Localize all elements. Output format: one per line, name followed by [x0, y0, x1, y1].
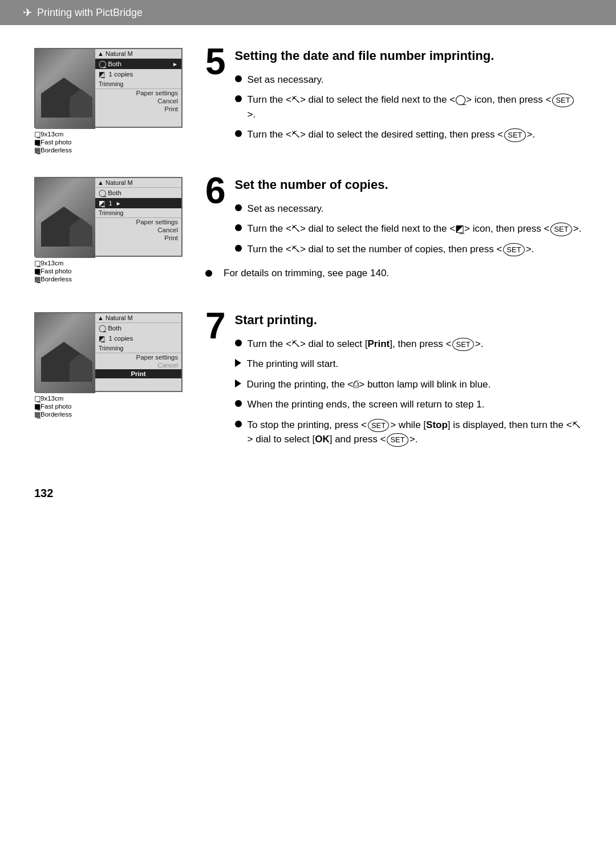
trimming-note: For details on trimming, see page 140. — [224, 268, 389, 279]
header-title: Printing with PictBridge — [37, 7, 143, 19]
step-5-bullet-2: Turn the <⛏> dial to select the field ne… — [235, 92, 582, 122]
step-6-note: For details on trimming, see page 140. — [205, 268, 582, 279]
step-6-row: ▲ Natural M ◯̲ Both ◩̲ 1 ► Trimming Pape… — [34, 177, 582, 289]
step-7-title: Start printing. — [235, 312, 582, 329]
step-7-bullet-2: The printing will start. — [235, 357, 582, 372]
cam-menu-6: ▲ Natural M ◯̲ Both ◩̲ 1 ► Trimming Pape… — [95, 178, 181, 256]
cam-menu-cancel-5: Cancel — [95, 97, 181, 105]
cam-menu-paper-7: Paper settings — [95, 353, 181, 361]
page-content: ▲ Natural M ◯̲ Both ► ◩̲ 1 copies Trimmi… — [0, 25, 616, 534]
cam-menu-row-6-2: ◩̲ 1 ► — [95, 198, 181, 208]
step-7-content: 7 Start printing. Turn the <⛏> dial to s… — [205, 312, 582, 453]
cam-below-7: □̲9x13cm ■̲Fast photo ▦̲Borderless — [34, 394, 188, 418]
cam-menu-top-7: ▲ Natural M — [95, 313, 181, 323]
bullet-circle — [235, 204, 242, 211]
cam-below-5: □̲9x13cm ■̲Fast photo ▦̲Borderless — [34, 130, 188, 154]
step-5-row: ▲ Natural M ◯̲ Both ► ◩̲ 1 copies Trimmi… — [34, 48, 582, 154]
cam-menu-print-7: Print — [95, 369, 181, 378]
cam-menu-5: ▲ Natural M ◯̲ Both ► ◩̲ 1 copies Trimmi… — [95, 49, 181, 127]
bullet-circle — [235, 245, 242, 252]
cam-menu-print-5: Print — [95, 105, 181, 113]
cam-menu-top-5: ▲ Natural M — [95, 49, 181, 59]
step-6-bullet-3: Turn the <⛏> dial to set the number of c… — [235, 242, 582, 257]
step-6-title: Set the number of copies. — [235, 177, 582, 193]
step-6-screen: ▲ Natural M ◯̲ Both ◩̲ 1 ► Trimming Pape… — [34, 177, 188, 283]
step-7-screen: ▲ Natural M ◯̲ Both ◩̲ 1 copies Trimming… — [34, 312, 188, 418]
step-5-content: 5 Setting the date and file number impri… — [205, 48, 582, 148]
bullet-circle — [235, 224, 242, 231]
step-7-bullet-4: When the printing ends, the screen will … — [235, 397, 582, 412]
pictbridge-icon: ✈ — [23, 6, 33, 19]
step-7-bullet-1: Turn the <⛏> dial to select [Print], the… — [235, 337, 582, 352]
step-7-row: ▲ Natural M ◯̲ Both ◩̲ 1 copies Trimming… — [34, 312, 582, 453]
camera-photo-6 — [35, 178, 95, 258]
step-6-bullet-2: Turn the <⛏> dial to select the field ne… — [235, 221, 582, 236]
camera-photo-7 — [35, 313, 95, 393]
step-5-title: Setting the date and file number imprint… — [235, 48, 582, 64]
cam-menu-row-6-3: Trimming — [95, 208, 181, 217]
cam-menu-row-6-1: ◯̲ Both — [95, 188, 181, 198]
bullet-circle — [235, 400, 242, 407]
cam-menu-print-6: Print — [95, 234, 181, 242]
cam-menu-paper-6: Paper settings — [95, 218, 181, 226]
bullet-circle — [205, 270, 212, 277]
cam-menu-row-7-1: ◯̲ Both — [95, 323, 181, 333]
cam-menu-row-7-3: Trimming — [95, 344, 181, 353]
step-5-bullet-3: Turn the <⛏> dial to select the desired … — [235, 127, 582, 142]
step-6-number: 6 — [205, 172, 226, 209]
cam-menu-paper-5: Paper settings — [95, 89, 181, 97]
bullet-circle — [235, 130, 242, 137]
cam-menu-row-5-1: ◯̲ Both ► — [95, 59, 181, 69]
step-7-bullet-5: To stop the printing, press <SET> while … — [235, 418, 582, 447]
step-5-bullets: Set as necessary. Turn the <⛏> dial to s… — [235, 72, 582, 142]
header-bar: ✈ Printing with PictBridge — [0, 0, 616, 25]
step-6-bullets: Set as necessary. Turn the <⛏> dial to s… — [235, 201, 582, 257]
bullet-circle — [235, 340, 242, 346]
cam-left-info-5: □̲9x13cm ■̲Fast photo ▦̲Borderless — [34, 130, 72, 154]
step-6-bullet-1: Set as necessary. — [235, 201, 582, 216]
arrow-icon — [235, 380, 241, 387]
page-number: 132 — [34, 475, 582, 500]
cam-menu-cancel-7: Cancel — [95, 361, 181, 369]
step-7-bullet-3: During the printing, the <⎙> button lamp… — [235, 377, 582, 392]
step-5-screen: ▲ Natural M ◯̲ Both ► ◩̲ 1 copies Trimmi… — [34, 48, 188, 154]
cam-menu-cancel-6: Cancel — [95, 226, 181, 234]
step-6-content: 6 Set the number of copies. Set as neces… — [205, 177, 582, 289]
bullet-circle — [235, 75, 242, 82]
step-5-number: 5 — [205, 43, 226, 80]
step-7-number: 7 — [205, 308, 226, 344]
cam-menu-row-5-3: Trimming — [95, 79, 181, 88]
bullet-circle — [235, 95, 242, 102]
cam-menu-7: ▲ Natural M ◯̲ Both ◩̲ 1 copies Trimming… — [95, 313, 181, 391]
cam-menu-top-6: ▲ Natural M — [95, 178, 181, 188]
step-7-bullets: Turn the <⛏> dial to select [Print], the… — [235, 337, 582, 447]
camera-photo-5 — [35, 49, 95, 129]
bullet-circle — [235, 421, 242, 427]
cam-below-6: □̲9x13cm ■̲Fast photo ▦̲Borderless — [34, 259, 188, 283]
cam-menu-row-5-2: ◩̲ 1 copies — [95, 69, 181, 79]
cam-menu-row-7-2: ◩̲ 1 copies — [95, 333, 181, 344]
arrow-icon — [235, 359, 241, 367]
step-5-bullet-1: Set as necessary. — [235, 72, 582, 87]
